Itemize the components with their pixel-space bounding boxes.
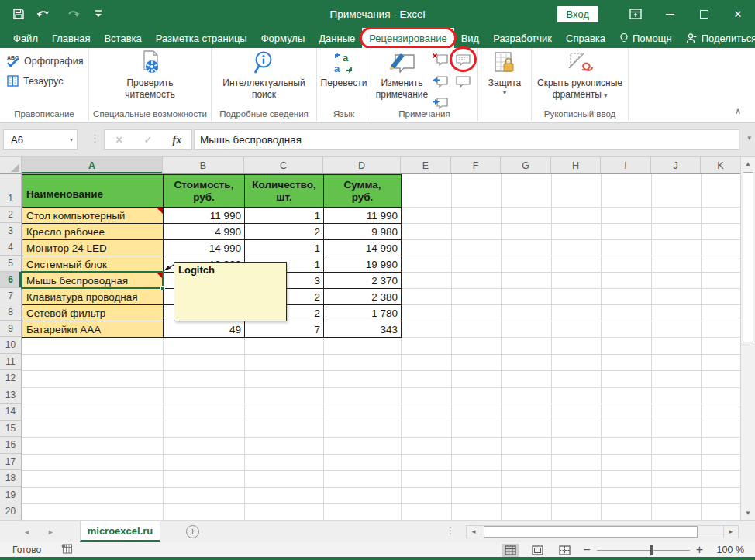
insert-function-icon[interactable]: fx — [163, 134, 191, 146]
table-header-row[interactable]: Наименование Стоимость,руб. Количество,ш… — [22, 175, 402, 208]
zoom-level[interactable]: 100 % — [713, 545, 744, 555]
cell-c3[interactable]: 2 — [245, 224, 324, 240]
row-header-7[interactable]: 7 — [0, 288, 21, 304]
collapse-ribbon-icon[interactable]: ∧ — [735, 106, 741, 116]
previous-comment-button[interactable] — [430, 71, 450, 91]
row-header-12[interactable]: 12 — [0, 370, 21, 387]
row-header-14[interactable]: 14 — [0, 404, 21, 421]
scroll-up-icon[interactable]: ▲ — [741, 160, 755, 167]
cell-c1[interactable]: Количество,шт. — [245, 175, 324, 208]
cell-a9[interactable]: Батарейки AAA — [22, 321, 164, 338]
cell-a2[interactable]: Стол компьютерный — [22, 208, 164, 224]
col-header-k[interactable]: K — [701, 157, 740, 173]
row-header-20[interactable]: 20 — [0, 503, 21, 520]
tab-home[interactable]: Главная — [45, 28, 97, 48]
select-all-corner[interactable] — [0, 157, 22, 173]
row-headers[interactable]: 1 2 3 4 5 6 7 8 9 10 11 12 13 14 15 16 1… — [0, 174, 22, 520]
close-button[interactable]: ✕ — [721, 0, 755, 28]
col-header-i[interactable]: I — [601, 157, 651, 173]
tab-review-active[interactable]: Рецензирование — [362, 28, 453, 48]
scroll-right-icon[interactable]: ► — [723, 525, 739, 538]
cell-d2[interactable]: 11 990 — [324, 208, 402, 224]
minimize-button[interactable] — [653, 0, 687, 28]
sheetbar-resize-handle[interactable]: ⋮ — [446, 525, 455, 536]
formula-bar-drag-handle[interactable]: ⋮ — [90, 132, 100, 144]
formula-input[interactable]: Мышь беспроводная — [194, 129, 739, 150]
thesaurus-button[interactable]: Тезаурус — [6, 74, 63, 88]
horizontal-scroll-track[interactable] — [481, 525, 723, 538]
row-header-15[interactable]: 15 — [0, 421, 21, 438]
vertical-scrollbar[interactable]: ▲ ▼ — [740, 157, 755, 520]
expand-formula-bar-icon[interactable]: ▾ — [747, 134, 751, 142]
tab-file[interactable]: Файл — [6, 28, 45, 48]
tab-help[interactable]: Справка — [559, 28, 612, 48]
translate-button[interactable]: аa Перевести — [317, 50, 371, 89]
zoom-slider-thumb[interactable] — [650, 545, 653, 555]
cell-d1[interactable]: Сумма,руб. — [324, 175, 402, 208]
row-header-9[interactable]: 9 — [0, 321, 21, 337]
cell-d9[interactable]: 343 — [324, 321, 402, 338]
zoom-slider[interactable] — [597, 550, 690, 551]
spelling-button[interactable]: ABC Орфография — [6, 54, 83, 68]
row-header-16[interactable]: 16 — [0, 437, 21, 454]
cell-c2[interactable]: 1 — [245, 208, 324, 224]
spreadsheet-grid[interactable]: A B C D E F G H I J K 1 2 3 4 5 6 7 8 9 … — [0, 157, 755, 520]
table-row-9[interactable]: Батарейки AAA 49 7 343 — [22, 321, 402, 338]
tab-data[interactable]: Данные — [312, 28, 362, 48]
sheet-tab-active[interactable]: microexcel.ru — [80, 521, 160, 542]
col-header-j[interactable]: J — [651, 157, 701, 173]
row-header-6[interactable]: 6 — [0, 272, 21, 288]
row-header-11[interactable]: 11 — [0, 354, 21, 371]
col-header-g[interactable]: G — [501, 157, 551, 173]
cell-d5[interactable]: 19 990 — [324, 256, 402, 273]
cell-d7[interactable]: 2 380 — [324, 289, 402, 305]
horizontal-scroll-thumb[interactable] — [484, 526, 698, 538]
sign-in-button[interactable]: Вход — [557, 6, 598, 22]
name-box[interactable]: A6 ▾ — [3, 129, 78, 150]
smart-lookup-button[interactable]: Интеллектуальный поиск — [212, 50, 316, 100]
cell-c9[interactable]: 7 — [245, 321, 324, 338]
zoom-in-icon[interactable]: + — [696, 543, 703, 557]
maximize-button[interactable] — [687, 0, 721, 28]
hide-ink-button[interactable]: Скрыть рукописные фрагменты ▾ — [532, 50, 628, 101]
cell-b9[interactable]: 49 — [164, 321, 245, 338]
cell-d4[interactable]: 14 990 — [324, 240, 402, 256]
table-row-4[interactable]: Монитор 24 LED 14 990 1 14 990 — [22, 240, 402, 256]
customize-toolbar-icon[interactable] — [95, 9, 102, 19]
tab-view[interactable]: Вид — [454, 28, 487, 48]
cell-a7[interactable]: Клавиатура проводная — [22, 289, 164, 305]
cell-b1[interactable]: Стоимость,руб. — [164, 175, 245, 208]
cell-a5[interactable]: Системный блок — [22, 256, 164, 273]
col-header-e[interactable]: E — [401, 157, 451, 173]
check-accessibility-button[interactable]: Проверить читаемость — [89, 50, 211, 100]
next-sheet-icon[interactable]: ► — [47, 528, 54, 536]
page-layout-view-icon[interactable] — [529, 544, 546, 557]
col-header-d[interactable]: D — [323, 157, 401, 173]
col-header-f[interactable]: F — [451, 157, 501, 173]
tab-assistant[interactable]: Помощн — [612, 28, 679, 48]
cell-c4[interactable]: 1 — [245, 240, 324, 256]
row-header-17[interactable]: 17 — [0, 454, 21, 471]
protect-button[interactable]: Защита ▾ — [478, 50, 531, 96]
tab-insert[interactable]: Вставка — [97, 28, 148, 48]
page-break-view-icon[interactable] — [556, 544, 573, 557]
row-header-13[interactable]: 13 — [0, 387, 21, 404]
row-header-10[interactable]: 10 — [0, 337, 21, 354]
zoom-out-icon[interactable]: − — [583, 543, 590, 557]
cell-a4[interactable]: Монитор 24 LED — [22, 240, 164, 256]
cell-d8[interactable]: 1 780 — [324, 305, 402, 321]
macro-record-icon[interactable] — [61, 544, 73, 556]
vertical-scroll-thumb[interactable] — [743, 172, 753, 342]
row-header-4[interactable]: 4 — [0, 239, 21, 256]
col-header-c[interactable]: C — [244, 157, 323, 173]
scroll-down-icon[interactable]: ▼ — [741, 510, 755, 517]
cell-b3[interactable]: 4 990 — [164, 224, 245, 240]
normal-view-icon[interactable] — [502, 544, 519, 557]
delete-comment-button[interactable] — [430, 50, 450, 69]
undo-icon[interactable] — [36, 8, 54, 20]
tab-formulas[interactable]: Формулы — [254, 28, 312, 48]
horizontal-scrollbar[interactable]: ◄ ► — [466, 525, 739, 538]
col-header-a[interactable]: A — [22, 157, 163, 173]
tab-page-layout[interactable]: Разметка страницы — [149, 28, 254, 48]
row-header-5[interactable]: 5 — [0, 256, 21, 272]
